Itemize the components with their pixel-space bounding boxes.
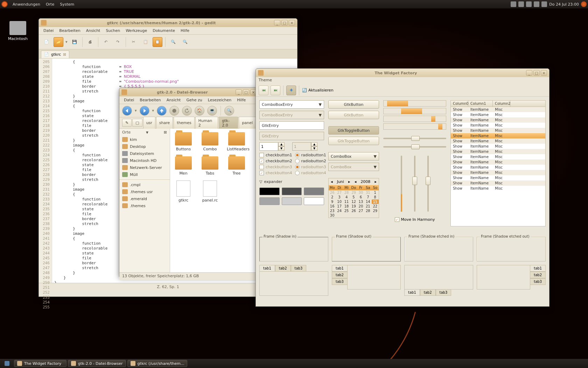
bookmark-item[interactable]: .emerald: [119, 195, 170, 202]
calendar-day[interactable]: 17: [336, 204, 343, 209]
calendar-day[interactable]: 1: [372, 190, 379, 195]
bookmark-item[interactable]: .cmpl: [119, 181, 170, 188]
calendar-day[interactable]: 23: [329, 209, 336, 213]
path-segment[interactable]: themes: [174, 117, 194, 129]
notebook-tab[interactable]: tab3: [530, 278, 546, 285]
calendar-day[interactable]: 5: [350, 195, 357, 199]
close-button[interactable]: ×: [541, 70, 547, 76]
h-slider-2[interactable]: [383, 144, 446, 150]
refresh-button[interactable]: 🔄 Aktualisieren: [302, 88, 334, 93]
path-segment[interactable]: usr: [143, 117, 155, 129]
redo-button[interactable]: ↷: [113, 37, 123, 47]
sidebar-close-icon[interactable]: ⊠: [164, 130, 167, 135]
print-button[interactable]: 🖨: [85, 37, 95, 47]
table-row[interactable]: ShowItemNameMisc: [451, 144, 545, 149]
bookmark-item[interactable]: .themes: [119, 202, 170, 209]
calendar-day[interactable]: 19: [350, 204, 357, 209]
h-slider-1[interactable]: [383, 135, 446, 142]
table-row[interactable]: ShowItemNameMisc: [451, 128, 545, 133]
column-header[interactable]: Column1: [468, 101, 493, 107]
calendar-day[interactable]: 14: [364, 199, 371, 204]
path-segment[interactable]: gtk-2.0: [219, 117, 238, 129]
computer-button[interactable]: 💻: [207, 106, 217, 116]
color-button[interactable]: [304, 188, 324, 195]
calendar-day[interactable]: 22: [372, 204, 379, 209]
menu-ansicht[interactable]: Ansicht: [84, 28, 103, 34]
calendar-day[interactable]: [357, 213, 364, 218]
notebook-tab[interactable]: tab3: [436, 289, 451, 296]
comboboxentry[interactable]: ComboBoxEntry▼: [259, 100, 324, 109]
minimize-button[interactable]: _: [274, 20, 280, 26]
applications-menu[interactable]: Anwendungen: [10, 2, 43, 7]
folder-item[interactable]: Men: [174, 156, 193, 176]
menu-lesezeichen[interactable]: Lesezeichen: [205, 97, 234, 103]
folder-item[interactable]: Buttons: [174, 132, 193, 151]
calendar-day[interactable]: 6: [357, 195, 364, 199]
table-row[interactable]: ShowItemNameMisc: [451, 175, 545, 180]
path-segment[interactable]: Human 2: [195, 117, 218, 129]
next-theme-button[interactable]: ⏭: [271, 86, 280, 95]
menu-datei[interactable]: Datei: [41, 28, 56, 34]
save-button[interactable]: 💾: [70, 37, 79, 47]
calendar-day[interactable]: [350, 213, 357, 218]
calendar-day[interactable]: 31: [364, 190, 371, 195]
cut-button[interactable]: ✂: [129, 37, 139, 47]
gtk-button[interactable]: GtkButton: [328, 100, 379, 109]
notebook-tab[interactable]: tab3: [291, 265, 307, 271]
paste-button[interactable]: 📋: [153, 37, 162, 47]
place-item[interactable]: Müll: [119, 171, 170, 178]
calendar-day[interactable]: 4: [343, 195, 350, 199]
notebook-tab[interactable]: tab1: [530, 265, 546, 272]
open-file-button[interactable]: 📂: [54, 37, 63, 47]
file-view[interactable]: ButtonsComboListHeadersMenTabsTreegtkrcp…: [170, 129, 259, 272]
calendar-day[interactable]: 10: [336, 199, 343, 204]
calendar-day[interactable]: 7: [364, 195, 371, 199]
notebook-right[interactable]: tab1tab2tab3: [477, 265, 546, 297]
notebook-top[interactable]: tab1tab2tab3: [259, 265, 328, 297]
expander[interactable]: ▽expander: [259, 179, 324, 184]
places-menu[interactable]: Orte: [43, 2, 57, 7]
place-item[interactable]: Macintosh HD: [119, 157, 170, 164]
menu-datei[interactable]: Datei: [121, 97, 136, 103]
folder-item[interactable]: ListHeaders: [227, 132, 246, 151]
maximize-button[interactable]: □: [533, 70, 540, 76]
menu-werkzeuge[interactable]: Werkzeuge: [123, 28, 149, 34]
table-row[interactable]: ShowItemNameMisc: [451, 165, 545, 170]
close-button[interactable]: ×: [289, 20, 295, 26]
notebook-bottom[interactable]: tab1tab2tab3: [404, 265, 473, 297]
calendar-day[interactable]: 16: [329, 204, 336, 209]
notes-icon[interactable]: [518, 1, 524, 7]
add-button[interactable]: ✚: [286, 86, 296, 95]
notebook-tab[interactable]: tab2: [530, 272, 546, 278]
search-button[interactable]: 🔍: [224, 106, 234, 116]
calendar-day[interactable]: 8: [372, 195, 379, 199]
color-button[interactable]: [282, 197, 302, 205]
notebook-tab[interactable]: tab2: [275, 265, 291, 271]
task-widget-factory[interactable]: The Widget Factory: [14, 360, 66, 367]
calendar-day[interactable]: 29: [350, 190, 357, 195]
home-button[interactable]: 🏠: [195, 106, 204, 116]
back-dropdown-icon[interactable]: ▾: [135, 108, 137, 113]
prev-month-icon[interactable]: ◂: [331, 179, 333, 184]
table-row[interactable]: ShowItemNameMisc: [451, 170, 545, 175]
calendar-day[interactable]: 11: [343, 199, 350, 204]
calendar-day[interactable]: 25: [343, 209, 350, 213]
table-row[interactable]: ShowItemNameMisc: [451, 159, 545, 165]
text-entry[interactable]: GtkEntry: [259, 121, 324, 130]
prev-theme-button[interactable]: ⏮: [259, 86, 268, 95]
calendar-day[interactable]: [364, 213, 371, 218]
combobox[interactable]: ComboBox▼: [328, 152, 379, 161]
forward-button[interactable]: [140, 106, 149, 116]
find-button[interactable]: 🔍: [168, 37, 178, 47]
open-dropdown-icon[interactable]: ▾: [65, 40, 68, 44]
notebook-tab[interactable]: tab1: [404, 289, 420, 296]
document-tab[interactable]: 📄 gtkrc ⊠: [41, 50, 69, 58]
spin-button[interactable]: ▲▼: [259, 142, 289, 151]
next-month-icon[interactable]: ▸: [348, 179, 350, 184]
menu-gehe zu[interactable]: Gehe zu: [184, 97, 204, 103]
minimize-button[interactable]: _: [526, 70, 532, 76]
calendar-day[interactable]: 2: [329, 195, 336, 199]
calendar-day[interactable]: [372, 213, 379, 218]
file-item[interactable]: panel.rc: [200, 180, 220, 203]
gedit-titlebar[interactable]: gtkrc (/usr/share/themes/Human 2/gtk-2.0…: [39, 19, 297, 27]
